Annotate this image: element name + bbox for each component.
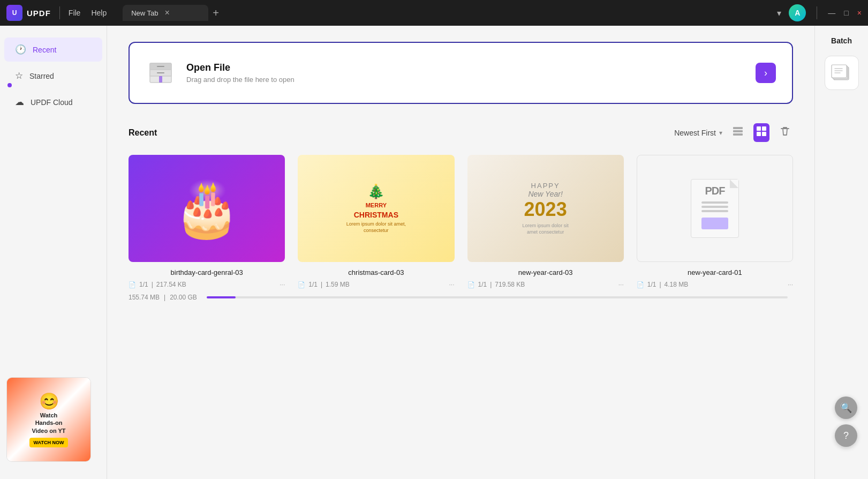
minimize-button[interactable]: — bbox=[828, 9, 835, 17]
sidebar-item-recent[interactable]: 🕐 Recent bbox=[4, 38, 102, 62]
list-view-icon bbox=[732, 125, 744, 137]
add-tab-icon[interactable]: + bbox=[213, 7, 219, 19]
maximize-button[interactable]: □ bbox=[844, 9, 848, 17]
tab-area: New Tab × + bbox=[123, 5, 772, 21]
trash-icon bbox=[779, 125, 791, 137]
sidebar-item-cloud[interactable]: ☁ UPDF Cloud bbox=[4, 90, 102, 114]
app-body: 🕐 Recent ☆ Starred ☁ UPDF Cloud 😊 Watch … bbox=[0, 26, 868, 479]
file-name-3: new-year-card-01 bbox=[637, 268, 793, 276]
batch-docs-icon bbox=[831, 62, 853, 84]
open-file-text: Open File Drag and drop the file here to… bbox=[186, 62, 295, 84]
file-name-2: new-year-card-03 bbox=[467, 268, 624, 276]
grid-view-icon bbox=[756, 125, 767, 137]
file-meta-2: 📄 1/1 | 719.58 KB ··· bbox=[467, 281, 624, 288]
file-icon-box bbox=[146, 58, 176, 88]
file-divider-1: | bbox=[321, 281, 322, 288]
open-file-title: Open File bbox=[186, 62, 295, 73]
file-card-2[interactable]: HAPPY New Year! 2023 Lorem ipsum dolor s… bbox=[467, 155, 624, 288]
open-file-card[interactable]: Open File Drag and drop the file here to… bbox=[129, 42, 793, 104]
file-size-2: 719.58 KB bbox=[495, 281, 525, 288]
svg-rect-7 bbox=[733, 130, 743, 132]
ad-face: 😊 bbox=[39, 392, 59, 410]
file-pages-0: 1/1 bbox=[139, 281, 148, 288]
recent-icon: 🕐 bbox=[15, 44, 26, 55]
batch-icon-button[interactable] bbox=[825, 56, 859, 90]
search-float-button[interactable]: 🔍 bbox=[835, 396, 857, 419]
menu-bar: File Help bbox=[69, 9, 107, 17]
svg-rect-5 bbox=[159, 76, 162, 83]
main-content: Open File Drag and drop the file here to… bbox=[107, 26, 814, 479]
birthday-cake-icon: 🎂 bbox=[173, 182, 240, 235]
file-pages-icon-2: 📄 bbox=[467, 281, 475, 288]
sidebar-item-recent-label: Recent bbox=[33, 46, 56, 54]
view-list-button[interactable] bbox=[730, 123, 746, 142]
storage-bar-fill bbox=[207, 296, 236, 298]
menu-help[interactable]: Help bbox=[91, 9, 107, 17]
sidebar-ad: 😊 Watch Hands-on Video on YT WATCH NOW bbox=[6, 377, 100, 462]
file-pages-1: 1/1 bbox=[308, 281, 318, 288]
sort-label: Newest First bbox=[674, 129, 716, 137]
star-icon: ☆ bbox=[15, 70, 23, 81]
help-float-button[interactable]: ? bbox=[835, 424, 857, 447]
file-thumbnail-0: 🎂 bbox=[129, 155, 285, 262]
ad-watch-text: Watch Hands-on Video on YT bbox=[32, 411, 65, 435]
delete-button[interactable] bbox=[777, 123, 793, 142]
search-float-icon: 🔍 bbox=[840, 402, 852, 414]
file-more-1[interactable]: ··· bbox=[449, 281, 454, 288]
avatar[interactable]: A bbox=[789, 4, 806, 21]
sidebar: 🕐 Recent ☆ Starred ☁ UPDF Cloud 😊 Watch … bbox=[0, 26, 107, 479]
recent-header: Recent Newest First ▾ bbox=[129, 123, 793, 142]
open-file-icon bbox=[147, 59, 175, 87]
storage-bar bbox=[207, 296, 788, 298]
ad-image[interactable]: 😊 Watch Hands-on Video on YT WATCH NOW bbox=[6, 377, 91, 462]
file-more-3[interactable]: ··· bbox=[788, 281, 793, 288]
menu-file[interactable]: File bbox=[69, 9, 81, 17]
open-file-arrow[interactable]: › bbox=[756, 63, 776, 83]
sidebar-item-starred[interactable]: ☆ Starred bbox=[4, 64, 102, 88]
file-divider-2: | bbox=[490, 281, 492, 288]
close-tab-icon[interactable]: × bbox=[165, 8, 170, 18]
storage-total: 20.00 GB bbox=[170, 294, 197, 301]
file-card-1[interactable]: 🎄 MERRY CHRISTMAS Lorem ipsum dolor sit … bbox=[298, 155, 454, 288]
file-name-1: christmas-card-03 bbox=[298, 268, 454, 276]
file-pages-icon-0: 📄 bbox=[129, 281, 136, 288]
divider2 bbox=[817, 6, 817, 19]
titlebar: U UPDF File Help New Tab × + ▾ A — □ × bbox=[0, 0, 868, 26]
app-logo: U UPDF bbox=[6, 5, 51, 21]
sort-dropdown[interactable]: Newest First ▾ bbox=[674, 129, 722, 137]
ad-watch-now-button[interactable]: WATCH NOW bbox=[29, 438, 69, 447]
cloud-icon: ☁ bbox=[15, 96, 24, 108]
pdf-icon: PDF bbox=[637, 155, 792, 261]
recent-controls: Newest First ▾ bbox=[674, 123, 793, 142]
file-pages-icon-3: 📄 bbox=[637, 281, 644, 288]
recent-section-title: Recent bbox=[129, 128, 157, 138]
svg-rect-6 bbox=[733, 127, 743, 129]
file-meta-1: 📄 1/1 | 1.59 MB ··· bbox=[298, 281, 454, 288]
file-grid: 🎂 birthday-card-genral-03 📄 1/1 | 217.54… bbox=[129, 155, 793, 288]
svg-rect-8 bbox=[733, 133, 743, 136]
svg-rect-9 bbox=[757, 126, 761, 131]
file-thumbnail-3: PDF bbox=[637, 155, 793, 262]
close-button[interactable]: × bbox=[857, 9, 862, 17]
dropdown-icon[interactable]: ▾ bbox=[777, 8, 781, 18]
file-size-0: 217.54 KB bbox=[156, 281, 186, 288]
ad-bg: 😊 Watch Hands-on Video on YT WATCH NOW bbox=[7, 378, 90, 461]
storage-separator: | bbox=[164, 294, 165, 301]
view-grid-button[interactable] bbox=[753, 123, 769, 142]
open-file-subtitle: Drag and drop the file here to open bbox=[186, 76, 295, 84]
file-card-0[interactable]: 🎂 birthday-card-genral-03 📄 1/1 | 217.54… bbox=[129, 155, 285, 288]
file-more-2[interactable]: ··· bbox=[618, 281, 624, 288]
titlebar-right: ▾ A — □ × bbox=[777, 4, 862, 21]
file-card-3[interactable]: PDF new-year-card-01 📄 1/1 | 4.18 MB ·· bbox=[637, 155, 793, 288]
new-tab[interactable]: New Tab × bbox=[123, 5, 208, 21]
logo-icon: U bbox=[6, 5, 22, 21]
file-thumbnail-2: HAPPY New Year! 2023 Lorem ipsum dolor s… bbox=[467, 155, 624, 262]
sidebar-item-starred-label: Starred bbox=[29, 72, 54, 80]
file-meta-0: 📄 1/1 | 217.54 KB ··· bbox=[129, 281, 285, 288]
help-float-icon: ? bbox=[843, 430, 849, 441]
file-meta-3: 📄 1/1 | 4.18 MB ··· bbox=[637, 281, 793, 288]
app-name: UPDF bbox=[27, 9, 51, 18]
file-more-0[interactable]: ··· bbox=[280, 281, 285, 288]
batch-title: Batch bbox=[831, 36, 852, 45]
float-buttons: 🔍 ? bbox=[835, 396, 857, 447]
